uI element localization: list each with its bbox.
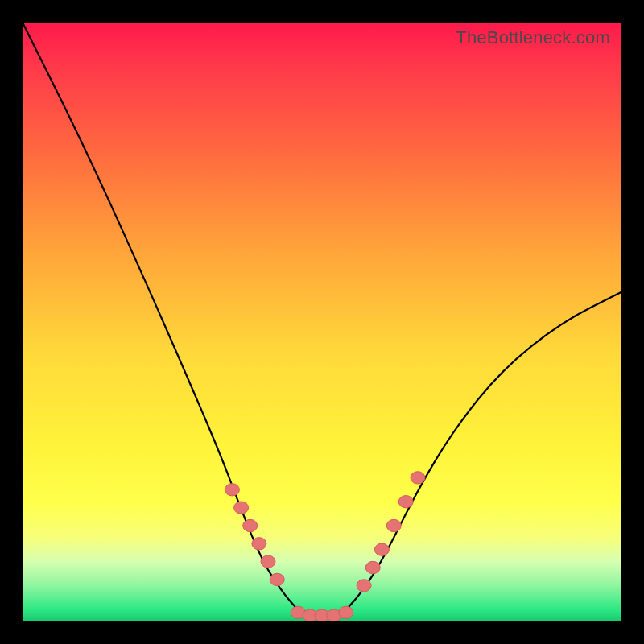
plot-area: TheBottleneck.com bbox=[23, 23, 621, 621]
chart-frame: TheBottleneck.com bbox=[0, 0, 644, 644]
data-marker bbox=[339, 606, 353, 618]
data-marker bbox=[261, 555, 275, 568]
data-marker bbox=[386, 519, 401, 531]
data-marker bbox=[357, 580, 371, 592]
chart-svg bbox=[23, 23, 621, 621]
data-marker bbox=[398, 496, 413, 508]
data-marker bbox=[365, 561, 380, 573]
curve-markers bbox=[225, 472, 425, 621]
data-marker bbox=[252, 538, 266, 550]
data-marker bbox=[374, 543, 389, 555]
data-marker bbox=[225, 484, 239, 496]
data-marker bbox=[234, 502, 249, 514]
data-marker bbox=[270, 573, 284, 585]
data-marker bbox=[411, 472, 425, 484]
bottleneck-curve bbox=[23, 23, 621, 616]
data-marker bbox=[243, 519, 258, 531]
